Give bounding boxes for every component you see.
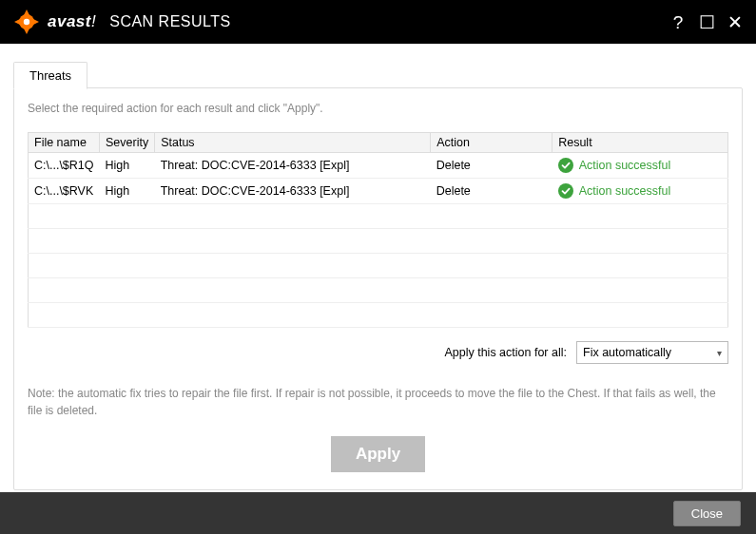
titlebar: avast! SCAN RESULTS ? ☐ ✕ (0, 0, 756, 44)
result-text: Action successful (579, 184, 671, 198)
table-row[interactable]: C:\...\$RVK High Threat: DOC:CVE-2014-63… (29, 179, 728, 204)
select-value: Fix automatically (583, 346, 671, 359)
cell-result: Action successful (552, 153, 728, 179)
check-circle-icon (558, 183, 573, 199)
table-row-empty (29, 229, 728, 254)
chevron-down-icon: ▾ (717, 348, 722, 358)
table-row-empty (29, 204, 728, 229)
cell-status: Threat: DOC:CVE-2014-6333 [Expl] (155, 153, 431, 179)
cell-severity: High (100, 179, 155, 204)
table-row[interactable]: C:\...\$R1Q High Threat: DOC:CVE-2014-63… (29, 153, 728, 179)
table-row-empty (29, 303, 728, 328)
help-icon[interactable]: ? (669, 13, 688, 31)
apply-button[interactable]: Apply (331, 436, 425, 472)
col-header-action[interactable]: Action (431, 133, 552, 153)
col-header-status[interactable]: Status (155, 133, 431, 153)
result-text: Action successful (579, 159, 671, 172)
note-text: Note: the automatic fix tries to repair … (28, 385, 728, 419)
col-header-file[interactable]: File name (29, 133, 100, 153)
cell-action: Delete (431, 153, 552, 179)
col-header-result[interactable]: Result (552, 133, 728, 153)
window-title: SCAN RESULTS (109, 13, 231, 30)
results-table: File name Severity Status Action Result … (28, 132, 728, 328)
footer: Close (0, 492, 756, 534)
cell-severity: High (100, 153, 155, 179)
table-row-empty (29, 278, 728, 303)
check-circle-icon (558, 158, 573, 173)
instruction-text: Select the required action for each resu… (28, 102, 728, 115)
app-logo-text: avast! (48, 12, 96, 31)
svg-point-2 (558, 158, 573, 173)
maximize-icon[interactable]: ☐ (697, 13, 716, 31)
close-icon[interactable]: ✕ (726, 13, 745, 31)
cell-status: Threat: DOC:CVE-2014-6333 [Expl] (155, 179, 431, 204)
cell-action: Delete (431, 179, 552, 204)
table-row-empty (29, 254, 728, 278)
threats-panel: Threats Select the required action for e… (13, 87, 743, 490)
cell-result: Action successful (552, 179, 728, 204)
svg-point-1 (24, 19, 29, 25)
svg-point-3 (558, 183, 573, 199)
close-button[interactable]: Close (673, 501, 741, 526)
apply-all-select[interactable]: Fix automatically ▾ (576, 341, 728, 364)
tab-threats[interactable]: Threats (13, 62, 87, 89)
avast-logo-icon (11, 7, 42, 37)
apply-all-label: Apply this action for all: (444, 346, 567, 359)
col-header-severity[interactable]: Severity (100, 133, 155, 153)
cell-file: C:\...\$R1Q (29, 153, 100, 179)
app-logo: avast! SCAN RESULTS (11, 7, 231, 37)
cell-file: C:\...\$RVK (29, 179, 100, 204)
